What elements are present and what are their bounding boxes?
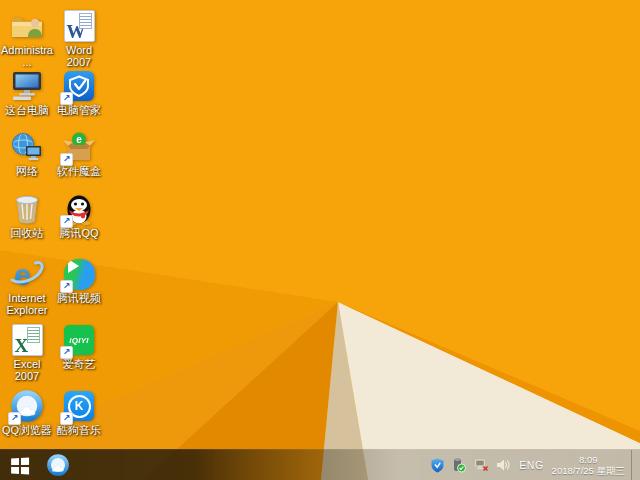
icon-label: Administra...	[1, 45, 53, 68]
desktop-icon-administrator-folder[interactable]: Administra...	[1, 8, 53, 68]
icon-label: 软件魔盒	[57, 166, 101, 178]
shortcut-arrow-icon: ↗	[60, 153, 73, 166]
system-tray: ENG 8:09 2018/7/25 星期三	[429, 450, 636, 480]
icon-label: 腾讯视频	[57, 293, 101, 305]
qq-browser-icon: ↗	[9, 388, 45, 424]
taskbar: ENG 8:09 2018/7/25 星期三	[0, 449, 640, 480]
desktop-icon-word-2007[interactable]: W Word 2007	[53, 8, 105, 68]
shortcut-arrow-icon: ↗	[60, 346, 73, 359]
taskbar-qq-browser-button[interactable]	[46, 453, 70, 477]
desktop-icon-kugou-music[interactable]: K ↗ 酷狗音乐	[53, 388, 105, 437]
clock-date: 2018/7/25 星期三	[552, 465, 625, 476]
windows-logo-icon	[11, 457, 29, 474]
desktop-icon-recycle-bin[interactable]: 回收站	[1, 191, 53, 240]
svg-text:e: e	[14, 258, 31, 291]
icon-label: 这台电脑	[5, 105, 49, 117]
network-disconnected-tray-icon[interactable]	[473, 457, 489, 473]
this-pc-icon	[9, 68, 45, 104]
icon-label: Excel 2007	[1, 359, 53, 382]
word-minidoc	[79, 13, 92, 29]
taskbar-clock[interactable]: 8:09 2018/7/25 星期三	[552, 454, 625, 476]
administrator-folder-icon	[9, 8, 45, 44]
desktop-icon-iqiyi[interactable]: iQIYI ↗ 爱奇艺	[53, 322, 105, 371]
excel-minigrid	[27, 327, 40, 343]
show-desktop-button[interactable]	[631, 450, 636, 480]
desktop-icon-software-box[interactable]: e ↗ 软件魔盒	[53, 129, 105, 178]
shortcut-arrow-icon: ↗	[60, 92, 73, 105]
tencent-video-icon: ↗	[61, 256, 97, 292]
desktop-screen: Administra... W Word 2007 这台电脑	[0, 0, 640, 480]
desktop-icon-pc-manager[interactable]: ↗ 电脑管家	[53, 68, 105, 117]
pc-manager-shield-tray-icon[interactable]	[429, 457, 445, 473]
icon-label: 电脑管家	[57, 105, 101, 117]
icon-label: QQ浏览器	[2, 425, 52, 437]
play-triangle-icon	[68, 259, 79, 273]
network-icon	[9, 129, 45, 165]
desktop-icon-this-pc[interactable]: 这台电脑	[1, 68, 53, 117]
icon-label: 腾讯QQ	[59, 228, 98, 240]
desktop-icon-tencent-video[interactable]: ↗ 腾讯视频	[53, 256, 105, 305]
start-button[interactable]	[7, 457, 31, 474]
icon-label: 回收站	[11, 228, 44, 240]
usb-ok-tray-icon[interactable]	[451, 457, 467, 473]
icon-label: 爱奇艺	[63, 359, 96, 371]
tencent-qq-icon: ↗	[61, 191, 97, 227]
software-box-icon: e ↗	[61, 129, 97, 165]
icon-label: Internet Explorer	[1, 293, 53, 316]
qq-browser-icon	[47, 454, 69, 476]
recycle-bin-icon	[9, 191, 45, 227]
desktop-icon-excel-2007[interactable]: X Excel 2007	[1, 322, 53, 382]
desktop-icon-tencent-qq[interactable]: ↗ 腾讯QQ	[53, 191, 105, 240]
language-indicator[interactable]: ENG	[519, 459, 543, 471]
volume-tray-icon[interactable]	[495, 457, 511, 473]
kugou-music-icon: K ↗	[61, 388, 97, 424]
shortcut-arrow-icon: ↗	[60, 280, 73, 293]
pc-manager-icon: ↗	[61, 68, 97, 104]
iqiyi-icon: iQIYI ↗	[61, 322, 97, 358]
shortcut-arrow-icon: ↗	[60, 412, 73, 425]
icon-label: 酷狗音乐	[57, 425, 101, 437]
svg-text:e: e	[76, 134, 82, 145]
excel-2007-icon: X	[9, 322, 45, 358]
word-2007-icon: W	[61, 8, 97, 44]
clock-time: 8:09	[579, 454, 598, 465]
shortcut-arrow-icon: ↗	[8, 412, 21, 425]
icon-label: 网络	[16, 166, 38, 178]
desktop-icon-network[interactable]: 网络	[1, 129, 53, 178]
internet-explorer-icon: e	[9, 256, 45, 292]
desktop-icon-qq-browser[interactable]: ↗ QQ浏览器	[1, 388, 53, 437]
desktop-icon-internet-explorer[interactable]: e Internet Explorer	[1, 256, 53, 316]
shortcut-arrow-icon: ↗	[60, 215, 73, 228]
icon-label: Word 2007	[53, 45, 105, 68]
